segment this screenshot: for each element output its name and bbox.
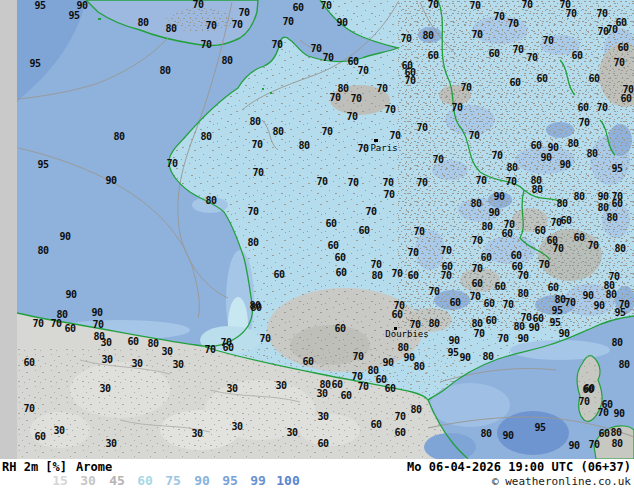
legend-value: 100: [276, 474, 299, 487]
paris-dot: [374, 139, 378, 142]
legend-value: 60: [137, 474, 153, 487]
dourbies-dot: [394, 327, 397, 330]
legend-value: 30: [80, 474, 96, 487]
legend-value: 15: [52, 474, 68, 487]
speckle-dense: [398, 0, 634, 330]
england-speckle: [166, 8, 234, 32]
legend-value: 99: [250, 474, 266, 487]
legend-value: 95: [222, 474, 238, 487]
spain-speckle: [17, 348, 457, 459]
weather-map-page: 9590958080707070706070709080707070707070…: [0, 0, 634, 490]
copyright-label: © weatheronline.co.uk: [492, 475, 631, 488]
legend-value: 90: [194, 474, 210, 487]
legend-value: 75: [165, 474, 181, 487]
map-area: 9590958080707070706070709080707070707070…: [0, 0, 634, 459]
status-bar: RH 2m [%]Arome Mo 06-04-2026 19:00 UTC (…: [0, 459, 634, 490]
legend-value: 45: [109, 474, 125, 487]
map-canvas: [0, 0, 634, 459]
map-edge-strip: [0, 0, 17, 459]
